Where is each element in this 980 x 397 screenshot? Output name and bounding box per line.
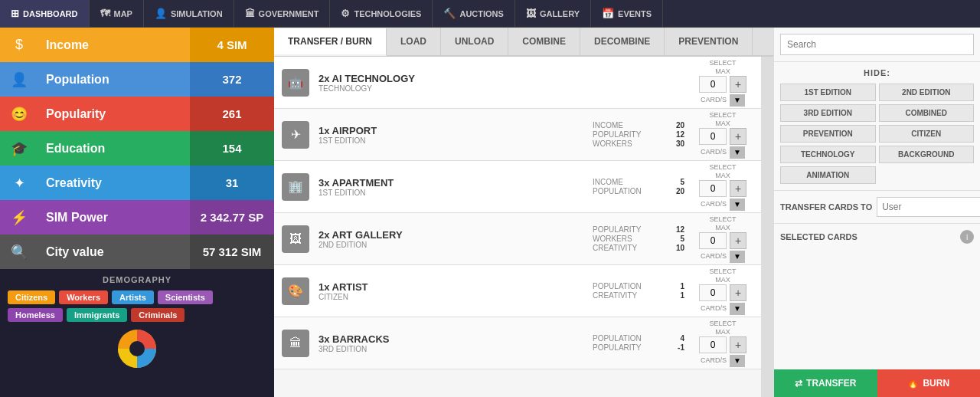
card-quantity-input[interactable] (699, 336, 727, 353)
card-icon: ✈ (282, 121, 309, 149)
card-row: ✈ 1x AIRPORT 1ST EDITION INCOME 20 POPUL… (274, 109, 761, 161)
info-icon[interactable]: i (960, 230, 974, 244)
income-row[interactable]: $ Income 4 SIM (0, 28, 274, 62)
tab-unload[interactable]: UNLOAD (441, 28, 508, 55)
nav-events[interactable]: 📅 EVENTS (591, 0, 663, 27)
simpower-row[interactable]: ⚡ SIM Power 2 342.77 SP (0, 200, 274, 235)
hide-btn-background[interactable]: BACKGROUND (879, 146, 975, 163)
population-row[interactable]: 👤 Population 372 (0, 62, 274, 97)
gallery-icon: 🖼 (526, 8, 536, 19)
simpower-label: SIM Power (38, 200, 190, 235)
tab-transfer-burn[interactable]: TRANSFER / BURN (274, 28, 387, 56)
stat-name: WORKERS (593, 235, 632, 243)
tab-bar: TRANSFER / BURN LOAD UNLOAD COMBINE DECO… (274, 28, 773, 57)
hide-btn-prevention[interactable]: PREVENTION (780, 125, 876, 143)
hide-btn-citizen[interactable]: CITIZEN (879, 125, 975, 143)
card-quantity-plus[interactable]: + (730, 232, 746, 249)
hide-btn-combined[interactable]: COMBINED (879, 104, 975, 122)
income-icon: $ (0, 28, 38, 62)
tag-homeless[interactable]: Homeless (8, 308, 63, 322)
hide-btn-animation[interactable]: ANIMATION (780, 166, 876, 184)
education-row[interactable]: 🎓 Education 154 (0, 131, 274, 166)
tag-artists[interactable]: Artists (112, 290, 154, 304)
transfer-arrow-icon: ⇄ (795, 378, 802, 389)
popularity-value: 261 (190, 97, 274, 131)
stat-value: 4 (665, 334, 684, 343)
max-label: MAX (715, 172, 730, 179)
card-quantity-plus[interactable]: + (730, 180, 746, 197)
search-input[interactable] (780, 34, 974, 55)
transfer-user-input[interactable] (877, 197, 980, 217)
cards-label: CARD/S (701, 96, 727, 103)
cityvalue-label: City value (38, 235, 190, 269)
card-edition: TECHNOLOGY (318, 84, 593, 93)
card-quantity-input[interactable] (699, 128, 727, 145)
svg-point-1 (129, 341, 145, 356)
tab-prevention[interactable]: PREVENTION (665, 28, 753, 55)
card-quantity-plus[interactable]: + (730, 284, 746, 301)
nav-dashboard[interactable]: ⊞ DASHBOARD (0, 0, 90, 27)
nav-government[interactable]: 🏛 GOVERNMENT (234, 0, 331, 27)
creativity-row[interactable]: ✦ Creativity 31 (0, 166, 274, 200)
ctrl-cards-row: CARD/S ▼ (701, 145, 745, 159)
stat-value: 12 (665, 130, 684, 139)
burn-button[interactable]: 🔥 BURN (877, 369, 981, 397)
card-chevron-down[interactable]: ▼ (730, 198, 745, 211)
hide-section: HIDE: 1ST EDITION2ND EDITION3RD EDITIONC… (774, 62, 980, 191)
card-controls: SELECT MAX + CARD/S ▼ (692, 267, 753, 315)
card-name: 3x BARRACKS (318, 333, 593, 345)
tab-combine[interactable]: COMBINE (508, 28, 580, 55)
tag-immigrants[interactable]: Immigrants (67, 308, 127, 322)
scrollbar[interactable] (761, 57, 773, 397)
card-stat: POPULATION 4 (593, 334, 684, 343)
hide-btn-technology[interactable]: TECHNOLOGY (780, 146, 876, 163)
hide-btn-3rd-edition[interactable]: 3RD EDITION (780, 104, 876, 122)
card-chevron-down[interactable]: ▼ (730, 251, 745, 263)
card-quantity-input[interactable] (699, 180, 727, 197)
card-stats: POPULATION 4 POPULARITY -1 (593, 334, 684, 352)
select-label: SELECT (709, 59, 736, 67)
card-quantity-plus[interactable]: + (730, 76, 746, 93)
ctrl-cards-row: CARD/S ▼ (701, 93, 745, 107)
tag-criminals[interactable]: Criminals (131, 308, 185, 322)
nav-simulation-label: SIMULATION (171, 9, 223, 18)
card-chevron-down[interactable]: ▼ (730, 303, 745, 315)
card-quantity-plus[interactable]: + (730, 128, 746, 145)
card-quantity-input[interactable] (699, 284, 727, 301)
card-icon: 🏛 (282, 330, 309, 357)
card-info: 1x AIRPORT 1ST EDITION (318, 125, 593, 145)
tag-workers[interactable]: Workers (59, 290, 108, 304)
cards-list: 🤖 2x AI TECHNOLOGY TECHNOLOGY SELECT MAX… (274, 57, 761, 397)
card-quantity-plus[interactable]: + (730, 336, 746, 353)
stat-value: 1 (665, 291, 684, 300)
card-chevron-down[interactable]: ▼ (730, 94, 745, 107)
card-chevron-down[interactable]: ▼ (730, 146, 745, 159)
ctrl-row: MAX (715, 172, 730, 180)
transfer-button[interactable]: ⇄ TRANSFER (774, 369, 877, 397)
card-quantity-input[interactable] (699, 76, 727, 93)
nav-auctions[interactable]: 🔨 AUCTIONS (433, 0, 514, 27)
ctrl-row: MAX (715, 224, 730, 232)
hide-btn-1st-edition[interactable]: 1ST EDITION (780, 84, 876, 101)
cityvalue-row[interactable]: 🔍 City value 57 312 SIM (0, 235, 274, 269)
tag-citizens[interactable]: Citizens (8, 290, 55, 304)
tab-load[interactable]: LOAD (387, 28, 441, 55)
card-stats: POPULATION 1 CREATIVITY 1 (593, 282, 684, 300)
nav-technologies[interactable]: ⚙ TECHNOLOGIES (330, 0, 433, 27)
nav-simulation[interactable]: 👤 SIMULATION (144, 0, 234, 27)
stat-name: POPULATION (593, 187, 642, 195)
hide-btn-2nd-edition[interactable]: 2ND EDITION (879, 84, 975, 101)
nav-map[interactable]: 🗺 MAP (90, 0, 144, 27)
stat-name: POPULARITY (593, 130, 641, 139)
card-controls: SELECT MAX + CARD/S ▼ (692, 320, 753, 367)
card-info: 3x APARTMENT 1ST EDITION (318, 177, 593, 197)
cards-label: CARD/S (701, 304, 727, 312)
nav-gallery[interactable]: 🖼 GALLERY (515, 0, 591, 27)
card-icon: 🖼 (282, 225, 309, 253)
tag-scientists[interactable]: Scientists (158, 290, 213, 304)
popularity-row[interactable]: 😊 Popularity 261 (0, 97, 274, 131)
ctrl-row: MAX (715, 120, 730, 128)
card-chevron-down[interactable]: ▼ (730, 355, 745, 367)
tab-decombine[interactable]: DECOMBINE (580, 28, 665, 55)
card-quantity-input[interactable] (699, 232, 727, 249)
